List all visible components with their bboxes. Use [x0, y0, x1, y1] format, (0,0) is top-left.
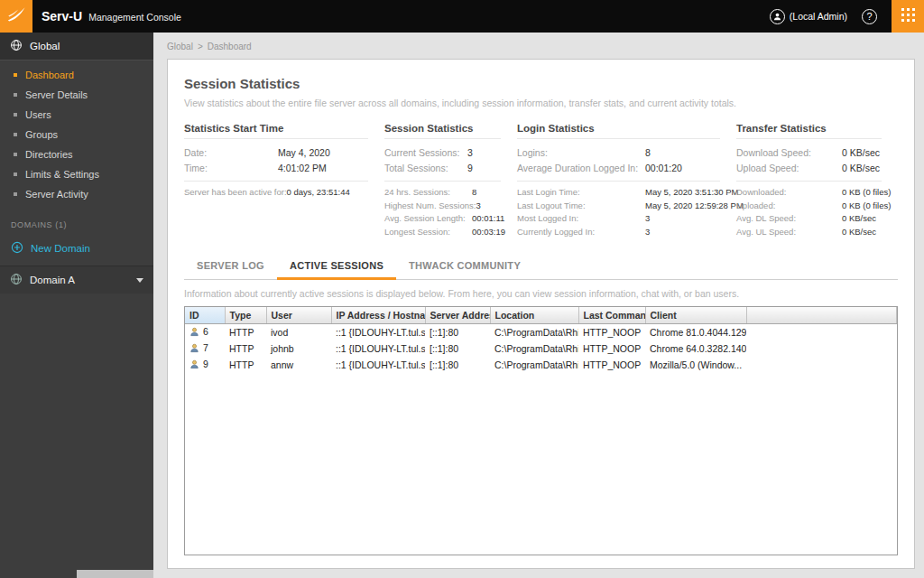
stat-row: Current Sessions: 3 [384, 145, 517, 161]
session-row[interactable]: 6 HTTP ivod ::1 {IDLOUHY-LT.tul.solar...… [185, 324, 897, 341]
stat-row: Most Logged In: 3 [517, 212, 736, 226]
domain-globe-icon [10, 273, 23, 287]
user-icon [770, 9, 785, 24]
stats-col-transfer: Transfer Statistics Download Speed: 0 KB… [736, 123, 898, 238]
stat-row: Longest Session: 00:03:19 [384, 226, 517, 239]
globe-icon [10, 39, 23, 53]
stat-row: Last Logout Time: May 5, 2020 12:59:28 P… [517, 200, 736, 213]
bullet-icon [14, 93, 17, 97]
divider [184, 181, 368, 182]
tab-server-log[interactable]: SERVER LOG [184, 253, 277, 280]
nav-label: Groups [25, 129, 58, 140]
sidebar-item-server-details[interactable]: Server Details [0, 85, 153, 105]
stat-row: Total Sessions: 9 [384, 161, 517, 176]
chevron-down-icon[interactable] [136, 278, 143, 283]
stat-row: 24 hrs. Sessions: 8 [384, 186, 517, 200]
brand-subtitle: Management Console [88, 12, 181, 23]
session-statistics-panel: Session Statistics View statistics about… [167, 59, 915, 569]
sidebar-scrollbar-thumb[interactable] [77, 570, 153, 578]
column-header-ip-hostname[interactable]: IP Address / Hostname [331, 307, 425, 324]
page-subtitle: View statistics about the entire file se… [184, 98, 898, 108]
stat-row: Upload Speed: 0 KB/sec [736, 161, 898, 176]
tab-bar: SERVER LOG ACTIVE SESSIONS THWACK COMMUN… [184, 253, 898, 280]
column-header-type[interactable]: Type [225, 307, 266, 324]
stat-row: Download Speed: 0 KB/sec [736, 145, 898, 161]
stat-row: Avg. UL Speed: 0 KB/sec [736, 226, 898, 239]
divider [384, 181, 501, 182]
stats-heading: Transfer Statistics [736, 123, 882, 139]
stats-col-session: Session Statistics Current Sessions: 3 T… [384, 123, 517, 238]
breadcrumb-current: Dashboard [208, 42, 252, 51]
apps-grid-button[interactable] [892, 0, 924, 33]
main-content: Global > Dashboard Session Statistics Vi… [153, 33, 924, 578]
nav-label: Limits & Settings [25, 169, 99, 180]
sidebar-nav: Dashboard Server Details Users Groups Di… [0, 61, 153, 204]
session-row[interactable]: 9 HTTP annw ::1 {IDLOUHY-LT.tul.solar...… [185, 357, 897, 373]
stat-row: Highest Num. Sessions: 3 [384, 200, 517, 213]
column-header-last-command[interactable]: Last Command [578, 307, 645, 324]
stat-row: Currently Logged In: 3 [517, 226, 736, 239]
stat-row: Logins: 8 [517, 145, 736, 161]
global-label: Global [30, 41, 60, 51]
stat-row: Date: May 4, 2020 [184, 145, 384, 161]
stat-row: Uploaded: 0 KB (0 files) [736, 200, 898, 213]
column-header-id[interactable]: ID [185, 307, 225, 324]
sidebar-item-directories[interactable]: Directories [0, 144, 153, 164]
tab-thwack-community[interactable]: THWACK COMMUNITY [396, 253, 533, 280]
active-sessions-description: Information about currently active sessi… [184, 288, 898, 299]
nav-label: Directories [25, 149, 73, 160]
stats-col-login: Login Statistics Logins: 8 Average Durat… [517, 123, 736, 238]
page-title: Session Statistics [184, 76, 898, 91]
stat-row: Last Login Time: May 5, 2020 3:51:30 PM [517, 186, 736, 200]
new-domain-label: New Domain [31, 243, 90, 254]
sidebar-item-domain-a[interactable]: Domain A [0, 266, 153, 294]
brand-name: Serv-U [42, 9, 82, 23]
bullet-icon [14, 192, 17, 196]
tab-active-sessions[interactable]: ACTIVE SESSIONS [277, 253, 396, 280]
session-user-icon [189, 359, 199, 371]
stats-heading: Session Statistics [384, 123, 501, 139]
topbar: Serv-U Management Console (Local Admin) … [0, 0, 924, 33]
stat-row: Time: 4:01:02 PM [184, 161, 384, 176]
divider [736, 181, 882, 182]
nav-label: Dashboard [25, 70, 74, 80]
session-row[interactable]: 7 HTTP johnb ::1 {IDLOUHY-LT.tul.solar..… [185, 340, 897, 357]
solarwinds-logo[interactable] [0, 0, 32, 33]
sidebar-item-dashboard[interactable]: Dashboard [0, 65, 153, 85]
stat-row: Server has been active for: 0 days, 23:5… [184, 186, 384, 200]
sidebar-item-server-activity[interactable]: Server Activity [0, 184, 153, 204]
local-admin-menu[interactable]: (Local Admin) [770, 9, 847, 24]
bullet-icon [14, 113, 17, 117]
column-header-client[interactable]: Client [645, 307, 746, 324]
new-domain-button[interactable]: New Domain [0, 237, 153, 261]
column-header-user[interactable]: User [266, 307, 331, 324]
user-label: (Local Admin) [790, 11, 847, 22]
plus-circle-icon [11, 241, 23, 256]
sidebar-item-limits-settings[interactable]: Limits & Settings [0, 164, 153, 184]
breadcrumb-global[interactable]: Global [167, 42, 193, 51]
divider [517, 181, 720, 182]
nav-label: Server Details [25, 89, 88, 100]
sidebar-item-groups[interactable]: Groups [0, 125, 153, 144]
session-user-icon [189, 327, 199, 339]
breadcrumb: Global > Dashboard [153, 33, 924, 59]
domains-section-label: DOMAINS (1) [0, 204, 153, 237]
column-header-server-address[interactable]: Server Address [425, 307, 490, 324]
stat-row: Average Duration Logged In: 00:01:20 [517, 161, 736, 176]
domain-label: Domain A [30, 275, 75, 285]
sidebar: Global Dashboard Server Details Users Gr… [0, 33, 153, 578]
sidebar-item-users[interactable]: Users [0, 105, 153, 125]
bullet-icon [14, 73, 17, 77]
stats-heading: Login Statistics [517, 123, 720, 139]
sidebar-item-global[interactable]: Global [0, 33, 153, 61]
stat-row: Avg. DL Speed: 0 KB/sec [736, 212, 898, 226]
app-title: Serv-U Management Console [42, 9, 181, 23]
column-header-location[interactable]: Location [490, 307, 578, 324]
help-button[interactable]: ? [862, 9, 877, 24]
stat-row: Avg. Session Length: 00:01:11 [384, 212, 517, 226]
bullet-icon [14, 133, 17, 136]
breadcrumb-separator: > [198, 42, 203, 51]
bullet-icon [14, 172, 17, 176]
nav-label: Users [25, 109, 51, 120]
table-header-row: ID Type User IP Address / Hostname Serve… [185, 307, 897, 324]
